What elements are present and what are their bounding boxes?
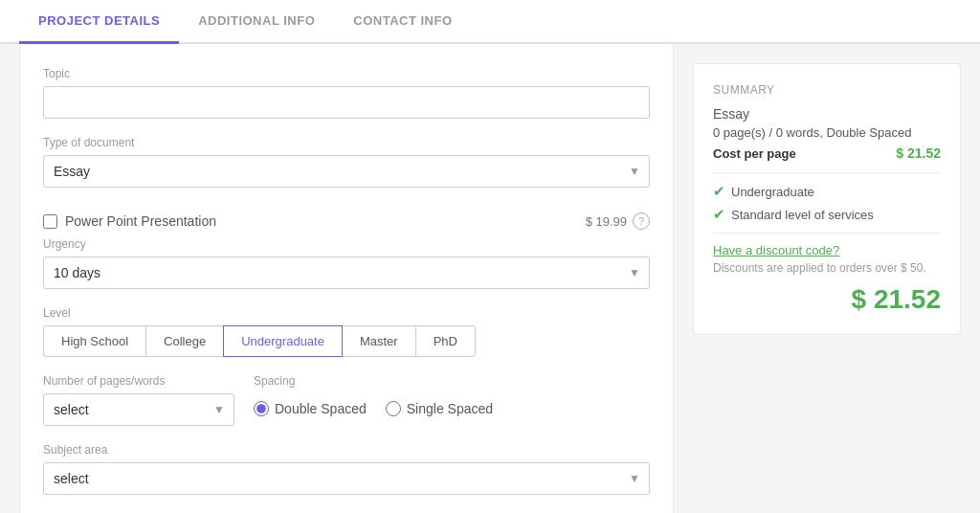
topic-group: Topic (43, 67, 650, 119)
cost-per-page-label: Cost per page (713, 146, 796, 161)
subject-select-wrapper: select ▼ (43, 462, 650, 495)
doc-type-select[interactable]: Essay Research Paper Term Paper Case Stu… (43, 155, 650, 188)
level-buttons: High School College Undergraduate Master… (43, 325, 650, 357)
tab-contact-info[interactable]: CONTACT INFO (334, 0, 471, 44)
tab-project-details[interactable]: PROJECT DETAILS (19, 0, 179, 44)
double-spaced-radio[interactable] (254, 401, 269, 416)
summary-title: SUMMARY (713, 83, 941, 97)
pages-group: Number of pages/words select ▼ (43, 374, 234, 426)
spacing-radio-group: Double Spaced Single Spaced (254, 393, 650, 416)
topic-label: Topic (43, 67, 650, 80)
subject-label: Subject area (43, 443, 650, 457)
level-high-school[interactable]: High School (43, 325, 146, 357)
doc-type-label: Type of document (43, 136, 650, 149)
level-group: Level High School College Undergraduate … (43, 306, 650, 357)
double-spaced-label[interactable]: Double Spaced (254, 401, 367, 416)
single-spaced-label[interactable]: Single Spaced (386, 401, 493, 416)
powerpoint-price-info: $ 19.99 ? (586, 212, 650, 230)
total-price: $ 21.52 (713, 284, 941, 315)
pages-label: Number of pages/words (43, 374, 234, 388)
level-phd[interactable]: PhD (415, 325, 476, 357)
discount-code-link[interactable]: Have a discount code? (713, 243, 941, 257)
urgency-select-wrapper: 10 days 7 days 5 days 3 days 2 days 1 da… (43, 256, 650, 289)
check-icon-undergraduate: ✔ (713, 183, 725, 200)
subject-select[interactable]: select (43, 462, 650, 495)
pages-select-wrapper: select ▼ (43, 393, 234, 426)
summary-pages-words: 0 page(s) / 0 words, Double Spaced (713, 125, 941, 140)
level-undergraduate[interactable]: Undergraduate (223, 325, 343, 357)
urgency-group: Urgency 10 days 7 days 5 days 3 days 2 d… (43, 237, 650, 289)
tabs-bar: PROJECT DETAILS ADDITIONAL INFO CONTACT … (0, 0, 980, 44)
powerpoint-checkbox-row: Power Point Presentation $ 19.99 ? (43, 205, 650, 237)
spacing-label: Spacing (254, 374, 650, 388)
single-spaced-text: Single Spaced (407, 401, 493, 416)
doc-type-select-wrapper: Essay Research Paper Term Paper Case Stu… (43, 155, 650, 188)
powerpoint-checkbox[interactable] (43, 214, 57, 229)
subject-group: Subject area select ▼ (43, 443, 650, 495)
double-spaced-text: Double Spaced (275, 401, 367, 416)
urgency-label: Urgency (43, 237, 650, 251)
pages-select[interactable]: select (43, 393, 234, 426)
summary-divider (713, 172, 941, 173)
info-icon[interactable]: ? (633, 212, 650, 230)
checkbox-left: Power Point Presentation (43, 213, 216, 229)
main-container: Topic Type of document Essay Research Pa… (0, 44, 980, 513)
pages-spacing-row: Number of pages/words select ▼ Spacing D… (43, 374, 650, 443)
discount-text: Discounts are applied to orders over $ 5… (713, 261, 941, 275)
summary-doc-type: Essay (713, 106, 941, 122)
doc-type-group: Type of document Essay Research Paper Te… (43, 136, 650, 188)
summary-panel: SUMMARY Essay 0 page(s) / 0 words, Doubl… (693, 63, 961, 335)
powerpoint-price: $ 19.99 (586, 214, 627, 229)
spacing-group: Spacing Double Spaced Single Spaced (254, 374, 650, 416)
single-spaced-radio[interactable] (386, 401, 401, 416)
topic-input[interactable] (43, 86, 650, 119)
check-label-standard: Standard level of services (731, 208, 874, 222)
summary-cost-row: Cost per page $ 21.52 (713, 145, 941, 161)
check-icon-standard: ✔ (713, 206, 725, 223)
urgency-select[interactable]: 10 days 7 days 5 days 3 days 2 days 1 da… (43, 256, 650, 289)
cost-per-page-value: $ 21.52 (896, 145, 941, 161)
form-panel: Topic Type of document Essay Research Pa… (19, 44, 674, 513)
level-label: Level (43, 306, 650, 320)
check-undergraduate: ✔ Undergraduate (713, 183, 941, 200)
level-master[interactable]: Master (342, 325, 416, 357)
summary-divider-2 (713, 233, 941, 234)
powerpoint-label: Power Point Presentation (65, 213, 216, 229)
check-standard: ✔ Standard level of services (713, 206, 941, 223)
check-label-undergraduate: Undergraduate (731, 185, 814, 199)
tab-additional-info[interactable]: ADDITIONAL INFO (179, 0, 334, 44)
level-college[interactable]: College (145, 325, 224, 357)
